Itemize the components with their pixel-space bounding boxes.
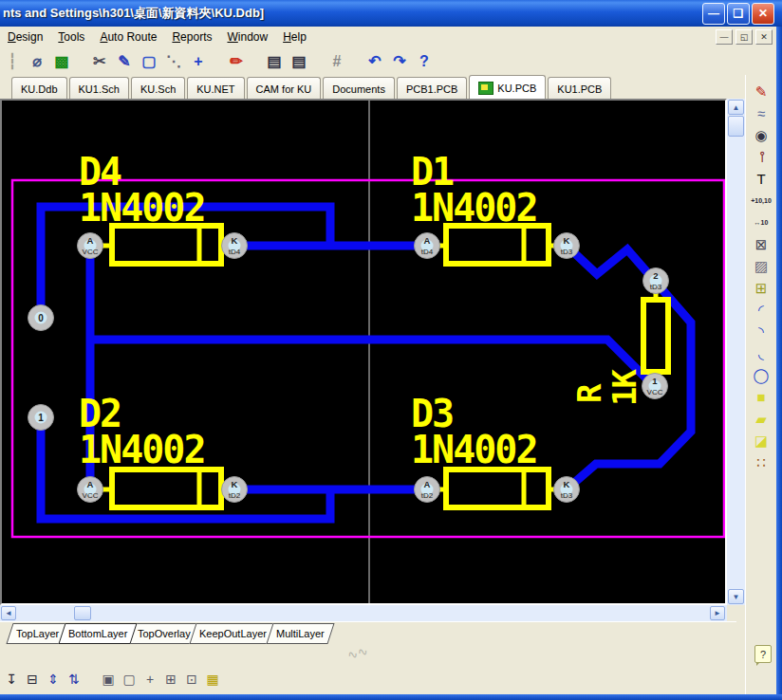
help-icon[interactable]: ? xyxy=(414,50,435,73)
scroll-down-button[interactable]: ▼ xyxy=(728,589,744,604)
paste-array-icon[interactable]: ▦ xyxy=(203,669,222,690)
maximize-button[interactable]: ❑ xyxy=(727,3,750,25)
shove-icon[interactable]: ⊡ xyxy=(182,669,201,690)
menu-item-reports[interactable]: Reports xyxy=(164,28,219,46)
window-frame-bottom xyxy=(0,694,782,700)
place-fill-hatch-icon[interactable]: ▨ xyxy=(749,256,773,276)
doc-tab-ku1-pcb[interactable]: KU1.PCB xyxy=(548,77,611,99)
minimize-button[interactable]: — xyxy=(702,3,725,25)
toolbar-edge-partial[interactable]: ┆ xyxy=(2,50,23,73)
arrange-outside-icon[interactable]: ▢ xyxy=(120,669,139,690)
layer-tab-bar: TopLayerBottomLayerTopOverlayKeepOutLaye… xyxy=(0,621,736,645)
move-cross-icon[interactable]: + xyxy=(188,50,209,73)
silkscreen-value-d2: 1N4002 xyxy=(79,428,205,471)
place-polygon-icon[interactable]: ▰ xyxy=(749,409,773,429)
place-track-icon[interactable]: ✎ xyxy=(749,82,773,101)
arrange-components-icon[interactable]: ▣ xyxy=(99,669,118,690)
pcb-canvas[interactable]: D41N4002D11N4002D21N4002D31N4002R1KAVCCK… xyxy=(0,99,727,605)
doc-tab-cam-for-ku[interactable]: CAM for KU xyxy=(247,77,322,99)
mdi-minimize-button[interactable]: — xyxy=(716,29,733,45)
mdi-close-button[interactable]: ✕ xyxy=(755,29,773,45)
layer-tab-bottomlayer[interactable]: BottomLayer xyxy=(59,623,139,644)
knife-icon[interactable]: ✂ xyxy=(89,50,110,73)
place-coplanar-icon[interactable]: ≈ xyxy=(749,103,773,123)
zoom-area-icon[interactable]: ⌀ xyxy=(27,50,47,73)
place-component-icon[interactable]: ⊞ xyxy=(749,278,773,298)
menu-item-window[interactable]: Window xyxy=(219,28,275,46)
close-button[interactable]: ✕ xyxy=(752,3,774,25)
pad-name: 1 xyxy=(652,376,658,386)
grid-icon[interactable]: # xyxy=(326,50,347,73)
scroll-left-button[interactable]: ◄ xyxy=(1,606,16,620)
place-keepout-icon[interactable]: ⊠ xyxy=(749,234,773,254)
doc-tab-ku-net[interactable]: KU.NET xyxy=(187,77,244,99)
place-arc-center-icon[interactable]: ◜ xyxy=(749,300,773,320)
pad-name: A xyxy=(87,479,94,489)
pad-name: 1 xyxy=(38,413,44,423)
selection-rect-icon[interactable]: ▢ xyxy=(139,50,159,73)
help-assistant-icon[interactable]: ? xyxy=(754,645,772,663)
layer-tab-keepoutlayer[interactable]: KeepOutLayer xyxy=(190,623,277,644)
library-icon-2[interactable]: ▤ xyxy=(289,50,309,73)
place-arc-edge-icon[interactable]: ◝ xyxy=(749,322,773,341)
pad-net-label: tD2 xyxy=(229,491,241,500)
doc-tab-pcb1-pcb[interactable]: PCB1.PCB xyxy=(397,77,467,99)
title-bar: nts and Settings\h301\桌面\新資料夾\KU.Ddb] — … xyxy=(0,0,782,27)
pad-name: K xyxy=(564,479,570,489)
mdi-restore-button[interactable]: ◱ xyxy=(735,29,753,45)
mouse-cursor: ∿∿ xyxy=(345,643,369,662)
pad-net-label: tD4 xyxy=(421,248,434,256)
place-fill-icon[interactable]: ■ xyxy=(749,387,773,407)
place-circle-icon[interactable]: ◯ xyxy=(749,365,773,385)
align-centers-icon[interactable]: ⊟ xyxy=(23,669,42,690)
library-icon-1[interactable]: ▤ xyxy=(264,50,285,73)
menu-item-auto-route[interactable]: Auto Route xyxy=(92,28,164,46)
horizontal-scrollbar[interactable]: ◄ ► xyxy=(0,605,727,621)
scroll-up-button[interactable]: ▲ xyxy=(728,100,744,115)
place-dimension-icon[interactable]: ↔10 xyxy=(749,212,773,232)
route-mode-icon[interactable]: ⋱ xyxy=(163,50,184,73)
doc-tab-ku-sch[interactable]: KU.Sch xyxy=(131,77,185,99)
doc-tab-ku1-sch[interactable]: KU1.Sch xyxy=(69,77,129,99)
keepout-boundary xyxy=(12,180,724,537)
place-array-icon[interactable]: ∷ xyxy=(749,452,773,472)
doc-tab-ku-pcb[interactable]: KU.PCB xyxy=(469,75,546,99)
pad-name: 2 xyxy=(653,270,658,281)
place-via-icon[interactable]: ⊸ xyxy=(752,145,772,170)
component-body-d4 xyxy=(112,226,221,264)
place-coordinate-icon[interactable]: +10,10 xyxy=(749,191,773,211)
pcb-browser-icon[interactable]: ▩ xyxy=(51,50,72,73)
redo-icon[interactable]: ↷ xyxy=(389,50,410,73)
scroll-right-button[interactable]: ► xyxy=(710,606,725,620)
distribute-vertical-icon[interactable]: ⇕ xyxy=(44,669,63,690)
align-bottom-icon[interactable]: ↧ xyxy=(2,669,21,690)
doc-tab-ku-ddb[interactable]: KU.Ddb xyxy=(11,77,67,99)
place-string-icon[interactable]: T xyxy=(749,169,773,189)
component-body-d1 xyxy=(446,226,549,264)
pad-name: 0 xyxy=(38,313,44,323)
menu-item-design[interactable]: Design xyxy=(0,28,50,46)
horizontal-scroll-thumb[interactable] xyxy=(74,606,91,620)
space-vertical-icon[interactable]: ⇅ xyxy=(65,669,84,690)
pad-net-label: tD3 xyxy=(561,491,573,500)
place-split-plane-icon[interactable]: ◪ xyxy=(749,431,773,451)
place-arc-angle-icon[interactable]: ◟ xyxy=(749,343,773,363)
doc-tab-documents[interactable]: Documents xyxy=(323,77,395,99)
main-toolbar: ┆⌀▩✂✎▢⋱+✏▤▤#↶↷? xyxy=(0,47,782,76)
vertical-scrollbar[interactable]: ▲ ▼ xyxy=(727,99,745,605)
wand-icon[interactable]: ✏ xyxy=(226,50,247,73)
component-body-d2 xyxy=(112,470,221,507)
arrange-within-rect-icon[interactable]: ⊞ xyxy=(161,669,180,690)
vertical-scroll-thumb[interactable] xyxy=(728,116,744,137)
move-to-grid-icon[interactable]: + xyxy=(140,669,159,690)
document-tab-strip: KU.DdbKU1.SchKU.SchKU.NETCAM for KUDocum… xyxy=(0,75,782,99)
layer-tab-multilayer[interactable]: MultiLayer xyxy=(267,623,335,644)
menu-item-help[interactable]: Help xyxy=(275,28,314,46)
component-body-r xyxy=(643,300,668,372)
place-pad-icon[interactable]: ◉ xyxy=(749,125,773,145)
undo-icon[interactable]: ↶ xyxy=(364,50,385,73)
menu-item-tools[interactable]: Tools xyxy=(50,28,92,46)
silkscreen-value-d3: 1N4002 xyxy=(411,428,537,471)
pen-icon[interactable]: ✎ xyxy=(114,50,135,73)
copper-trace xyxy=(567,246,691,489)
